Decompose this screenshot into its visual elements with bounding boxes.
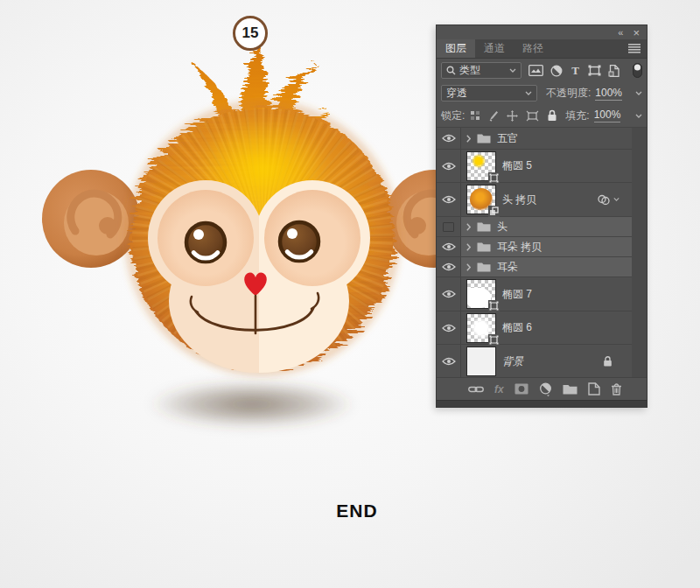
left-ear [42, 170, 140, 268]
blend-row: 穿透 不透明度: 100% [437, 82, 647, 104]
layers-panel: « × 图层 通道 路径 类型 T [436, 24, 648, 408]
panel-footer: fx [437, 377, 647, 400]
search-icon [446, 66, 456, 75]
layer-name: 耳朵 拷贝 [497, 240, 542, 255]
expand-chevron-icon[interactable] [466, 135, 471, 143]
type-layer-filter-icon[interactable]: T [570, 65, 581, 76]
shape-layer-filter-icon[interactable] [588, 65, 601, 76]
folder-icon [477, 242, 491, 252]
layer-row[interactable]: 椭圆 5 [437, 150, 632, 183]
lock-position-icon[interactable] [507, 110, 518, 122]
layer-row[interactable]: 头 拷贝 [437, 183, 632, 217]
layer-row-group[interactable]: 耳朵 [437, 257, 632, 277]
chevron-down-icon [613, 198, 620, 202]
smart-object-filter-icon[interactable] [608, 65, 620, 77]
layer-effects-badge[interactable] [597, 194, 620, 206]
layer-name: 耳朵 [497, 260, 518, 275]
chevron-down-icon [525, 91, 532, 95]
eye-icon [442, 290, 456, 298]
eye-icon [442, 134, 456, 143]
opacity-value[interactable]: 100% [595, 87, 622, 101]
pixel-layer-filter-icon[interactable] [528, 65, 543, 76]
filter-type-dropdown[interactable]: 类型 [441, 62, 522, 79]
photoshop-canvas: { "canvas": { "step_number": "15", "end_… [0, 0, 700, 588]
panel-menu-icon[interactable] [628, 39, 647, 58]
layer-style-icon[interactable]: fx [494, 383, 504, 396]
end-label: END [326, 500, 388, 522]
chevron-down-icon[interactable] [635, 114, 642, 118]
folder-icon [477, 133, 491, 144]
layer-name: 头 拷贝 [502, 192, 536, 207]
fill-label: 填充: [565, 108, 589, 123]
filter-toggle-pill[interactable] [633, 63, 642, 78]
blend-mode-dropdown[interactable]: 穿透 [441, 85, 537, 102]
new-layer-icon[interactable] [588, 382, 600, 396]
blend-mode-value: 穿透 [446, 86, 467, 101]
tab-layers[interactable]: 图层 [437, 39, 475, 58]
visibility-toggle[interactable] [437, 237, 461, 256]
eye-icon [442, 162, 456, 171]
collapse-panel-icon[interactable]: « [618, 28, 622, 38]
svg-text:T: T [571, 65, 579, 76]
eye-icon [442, 324, 456, 332]
layer-thumbnail[interactable] [466, 185, 496, 214]
layer-row-group[interactable]: 头 [437, 217, 632, 237]
link-layers-icon[interactable] [468, 385, 484, 394]
layer-row-background[interactable]: 背景 [437, 345, 632, 377]
right-eye [280, 222, 318, 261]
hidden-eye-box [443, 222, 454, 232]
layer-thumbnail[interactable] [466, 279, 496, 309]
layer-name: 椭圆 7 [502, 287, 532, 302]
eye-icon [442, 357, 456, 366]
delete-layer-icon[interactable] [611, 382, 622, 396]
lock-transparency-icon[interactable] [470, 110, 480, 121]
visibility-toggle[interactable] [437, 128, 461, 149]
panel-resize-strip[interactable] [437, 400, 647, 407]
layer-name: 椭圆 6 [502, 320, 532, 335]
layer-row-group[interactable]: 耳朵 拷贝 [437, 237, 632, 257]
layer-thumbnail[interactable] [466, 151, 496, 181]
expand-chevron-icon[interactable] [466, 243, 471, 251]
shape-layer-badge [488, 334, 500, 346]
lock-pixels-icon[interactable] [488, 110, 499, 122]
add-layer-mask-icon[interactable] [514, 383, 528, 395]
lock-all-icon[interactable] [547, 109, 557, 122]
layer-row[interactable]: 椭圆 7 [437, 277, 632, 312]
layer-row[interactable]: 椭圆 6 [437, 312, 632, 345]
filter-row: 类型 T [437, 59, 647, 82]
layer-thumbnail[interactable] [466, 313, 496, 343]
layer-name: 背景 [502, 354, 523, 369]
close-panel-icon[interactable]: × [633, 27, 640, 38]
folder-icon [477, 221, 491, 232]
tab-channels[interactable]: 通道 [475, 39, 514, 58]
eye-icon [442, 242, 456, 251]
new-group-icon[interactable] [563, 383, 578, 395]
step-number-badge: 15 [233, 16, 268, 51]
panel-titlebar: « × [437, 25, 647, 39]
visibility-toggle[interactable] [437, 217, 461, 236]
visibility-toggle[interactable] [437, 277, 461, 311]
visibility-toggle[interactable] [437, 183, 461, 216]
adjustment-layer-icon[interactable] [539, 382, 552, 396]
lock-row: 锁定: 填充: 100% [437, 104, 647, 128]
visibility-toggle[interactable] [437, 150, 461, 182]
visibility-toggle[interactable] [437, 257, 461, 276]
shape-layer-badge [488, 300, 500, 312]
lock-artboard-icon[interactable] [526, 110, 539, 122]
left-eye [186, 223, 225, 262]
filter-type-label: 类型 [459, 63, 480, 78]
tab-paths[interactable]: 路径 [514, 39, 552, 58]
opacity-label: 不透明度: [546, 86, 591, 101]
adjustment-layer-filter-icon[interactable] [550, 65, 563, 77]
fill-value[interactable]: 100% [594, 108, 621, 122]
visibility-toggle[interactable] [437, 345, 461, 377]
chevron-down-icon[interactable] [635, 91, 642, 95]
layer-row-group[interactable]: 五官 [437, 128, 632, 150]
visibility-toggle[interactable] [437, 312, 461, 344]
layer-list: 五官 椭圆 5 [437, 128, 647, 377]
eye-icon [442, 262, 456, 271]
expand-chevron-icon[interactable] [466, 223, 471, 231]
layer-thumbnail[interactable] [466, 346, 496, 376]
expand-chevron-icon[interactable] [466, 263, 471, 271]
folder-icon [477, 262, 491, 272]
